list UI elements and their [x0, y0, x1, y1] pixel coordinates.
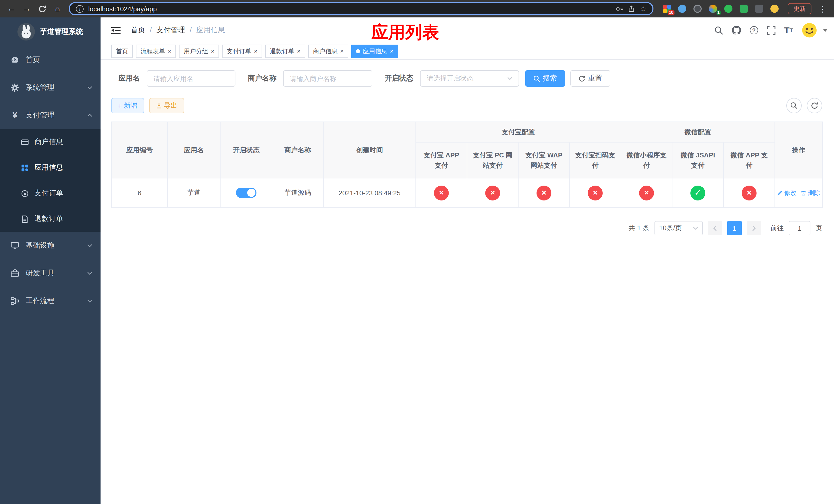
app-name-input[interactable] — [147, 70, 236, 87]
active-dot — [356, 49, 360, 53]
chevron-down-icon — [87, 299, 92, 302]
reload-icon[interactable] — [35, 2, 49, 16]
search-button[interactable]: 搜索 — [525, 70, 565, 87]
extension-icon[interactable] — [738, 3, 750, 15]
status-icon: × — [434, 185, 449, 200]
breadcrumb-item[interactable]: 支付管理 — [156, 26, 196, 35]
breadcrumb-item[interactable]: 首页 — [131, 26, 156, 35]
update-button[interactable]: 更新 — [788, 3, 811, 14]
bookmark-star-icon[interactable]: ☆ — [640, 5, 646, 13]
browser-menu-icon[interactable]: ⋮ — [815, 2, 830, 16]
avatar[interactable] — [802, 23, 817, 38]
sidebar-item-dev-tools[interactable]: 研发工具 — [0, 259, 101, 287]
rabbit-logo-icon — [18, 23, 35, 41]
close-icon[interactable]: × — [390, 48, 393, 54]
tab-process-form[interactable]: 流程表单× — [136, 45, 176, 58]
password-key-icon[interactable] — [616, 5, 623, 13]
extension-icon[interactable] — [676, 3, 688, 15]
extension-icon[interactable] — [692, 3, 704, 15]
forward-icon[interactable]: → — [20, 2, 34, 16]
page-title: 应用列表 — [371, 21, 439, 44]
reset-button[interactable]: 重置 — [570, 70, 610, 87]
extension-icon[interactable] — [753, 3, 765, 15]
help-icon[interactable]: ? — [750, 26, 758, 35]
goto-page-input[interactable] — [789, 221, 810, 235]
extension-icon[interactable]: 10 — [661, 3, 673, 15]
sidebar-item-label: 工作流程 — [26, 296, 54, 305]
url-text: localhost:1024/pay/app — [88, 5, 611, 13]
extension-icon[interactable] — [768, 3, 781, 15]
sidebar-item-infrastructure[interactable]: 基础设施 — [0, 232, 101, 259]
toolbar: + 新增 导出 — [111, 98, 822, 113]
cell-created-time: 2021-10-23 08:49:25 — [323, 178, 416, 207]
trash-icon — [801, 190, 806, 196]
column-header: 支付宝扫码支付 — [570, 142, 621, 178]
fullscreen-icon[interactable] — [767, 26, 775, 35]
tab-user-group[interactable]: 用户分组× — [179, 45, 219, 58]
sidebar-item-refund-order[interactable]: 退款订单 — [0, 206, 101, 232]
sidebar-item-system[interactable]: 系统管理 — [0, 74, 101, 101]
home-icon[interactable]: ⌂ — [50, 2, 65, 16]
sidebar: 芋道管理系统 首页 — [0, 18, 101, 504]
share-icon[interactable] — [628, 5, 635, 12]
column-header: 微信 JSAPI 支付 — [672, 142, 723, 178]
font-size-icon[interactable]: TT — [784, 26, 793, 35]
sidebar-item-pay-order[interactable]: 支付订单 — [0, 181, 101, 206]
sidebar-item-home[interactable]: 首页 — [0, 46, 101, 74]
page-number-button[interactable]: 1 — [727, 221, 742, 235]
close-icon[interactable]: × — [254, 48, 258, 54]
page-size-select[interactable]: 10条/页 — [655, 221, 703, 235]
tab-home[interactable]: 首页 — [111, 45, 133, 58]
workflow-icon — [10, 297, 20, 305]
chevron-down-icon — [87, 86, 92, 89]
column-header: 操作 — [775, 122, 822, 178]
column-header: 微信 APP 支付 — [723, 142, 775, 178]
gear-icon — [10, 84, 20, 92]
row-enabled-switch[interactable] — [236, 188, 257, 198]
app-logo[interactable]: 芋道管理系统 — [0, 18, 101, 46]
back-icon[interactable]: ← — [4, 2, 19, 16]
status-icon: × — [536, 185, 551, 200]
tab-refund-order[interactable]: 退款订单× — [265, 45, 305, 58]
add-button[interactable]: + 新增 — [111, 98, 144, 113]
tab-app-info[interactable]: 应用信息× — [351, 45, 398, 58]
search-icon[interactable] — [715, 26, 723, 35]
refresh-table-icon[interactable] — [807, 98, 822, 113]
status-select[interactable]: 请选择开启状态 — [420, 70, 519, 87]
next-page-button[interactable] — [747, 221, 761, 235]
close-icon[interactable]: × — [211, 48, 214, 54]
extension-badge: 10 — [668, 10, 675, 15]
chevron-down-icon — [87, 272, 92, 275]
sidebar-item-app-info[interactable]: 应用信息 — [0, 155, 101, 181]
toolbox-icon — [10, 269, 20, 277]
tab-merchant-info[interactable]: 商户信息× — [308, 45, 348, 58]
delete-link[interactable]: 删除 — [801, 188, 820, 197]
edit-link[interactable]: 修改 — [777, 188, 796, 197]
github-icon[interactable] — [732, 26, 741, 35]
merchant-name-input[interactable] — [283, 70, 372, 87]
table-row: 6 芋道 芋道源码 2021-10-23 08:49:25 × × × × × — [112, 178, 822, 207]
close-icon[interactable]: × — [297, 48, 301, 54]
prev-page-button[interactable] — [708, 221, 722, 235]
sidebar-item-label: 支付管理 — [26, 111, 54, 120]
tab-pay-order[interactable]: 支付订单× — [222, 45, 262, 58]
sidebar-item-merchant-info[interactable]: 商户信息 — [0, 129, 101, 155]
extension-icon[interactable] — [722, 3, 734, 15]
cell-app-name: 芋道 — [168, 178, 220, 207]
toggle-search-icon[interactable] — [786, 98, 802, 113]
close-icon[interactable]: × — [168, 48, 171, 54]
site-info-icon[interactable]: i — [76, 5, 84, 13]
alipay-group-header: 支付宝配置 — [416, 122, 621, 142]
status-icon: × — [485, 185, 500, 200]
close-icon[interactable]: × — [340, 48, 344, 54]
sidebar-item-pay[interactable]: ¥ 支付管理 — [0, 101, 101, 129]
avatar-caret-icon[interactable] — [823, 29, 828, 32]
hamburger-icon[interactable] — [108, 23, 124, 38]
breadcrumb-item: 应用信息 — [196, 26, 225, 35]
address-bar[interactable]: i localhost:1024/pay/app ☆ — [69, 2, 654, 15]
extension-icon[interactable]: 1 — [707, 3, 719, 15]
export-button[interactable]: 导出 — [149, 98, 184, 113]
sidebar-item-workflow[interactable]: 工作流程 — [0, 287, 101, 315]
column-header: 创建时间 — [323, 122, 416, 178]
breadcrumb: 首页 支付管理 应用信息 — [131, 26, 225, 35]
